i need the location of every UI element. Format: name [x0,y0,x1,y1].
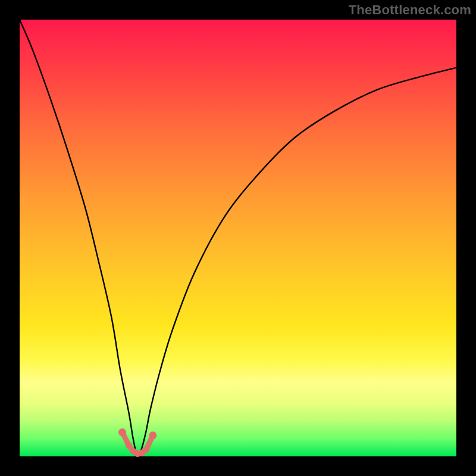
highlight-dot [143,446,149,453]
highlight-dot [149,431,156,439]
watermark-text: TheBottleneck.com [349,2,471,18]
highlight-dot [118,428,126,436]
bottleneck-curve-line [20,20,456,456]
highlight-dot [126,442,132,449]
curve-svg [20,20,456,456]
plot-area [20,20,456,456]
chart-frame: TheBottleneck.com [0,0,476,476]
highlight-dots-group [118,428,156,457]
